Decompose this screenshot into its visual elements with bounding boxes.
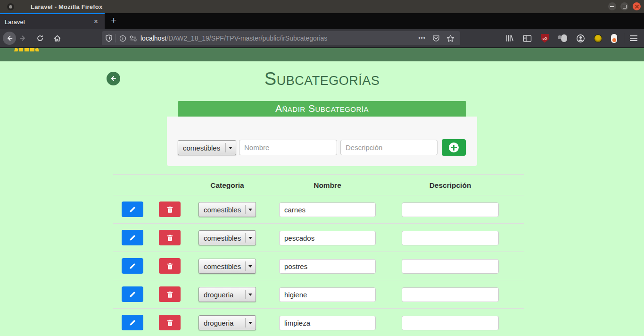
url-host: localhost [140, 34, 166, 42]
row-category-select[interactable]: drogueria [198, 315, 256, 330]
firefox-window: Laravel - Mozilla Firefox Laravel × + [0, 0, 644, 336]
home-button[interactable] [50, 31, 64, 45]
library-icon[interactable] [505, 34, 514, 42]
edit-button[interactable] [122, 286, 143, 302]
edit-button[interactable] [122, 258, 143, 274]
toolbar-extensions: uO [505, 34, 617, 43]
pencil-icon [129, 262, 136, 270]
add-section-heading: Añadir Subcategoría [178, 101, 466, 117]
forward-arrow-icon [19, 34, 27, 42]
row-descripcion-input[interactable] [402, 259, 499, 274]
navigation-toolbar: localhost/DAW2_18_19/SPF/TPV-master/publ… [0, 29, 644, 48]
bookmark-star-icon[interactable] [446, 34, 454, 42]
new-tab-button[interactable]: + [105, 13, 123, 29]
pencil-icon [129, 319, 136, 327]
tab-close-icon[interactable]: × [92, 17, 100, 26]
pencil-icon [129, 234, 136, 242]
row-category-value: comestibles [204, 206, 241, 214]
delete-button[interactable] [159, 230, 181, 245]
reload-icon [36, 34, 44, 42]
forward-button[interactable] [16, 31, 30, 45]
url-text[interactable]: localhost/DAW2_18_19/SPF/TPV-master/publ… [140, 34, 418, 42]
subcategories-table: Categoria Nombre Descripción comestibles… [113, 174, 524, 336]
row-category-value: comestibles [204, 234, 241, 242]
nombre-input[interactable] [239, 140, 337, 155]
extension-spheres-icon[interactable] [558, 34, 567, 43]
row-descripcion-input[interactable] [402, 231, 499, 245]
row-nombre-input[interactable] [279, 202, 376, 217]
permissions-icon[interactable] [130, 35, 137, 42]
window-controls [608, 2, 641, 10]
row-category-value: comestibles [204, 262, 241, 270]
trash-icon [166, 319, 173, 327]
table-row: drogueria [113, 309, 524, 336]
header-categoria: Categoria [184, 175, 270, 196]
row-category-value: drogueria [204, 319, 233, 327]
back-button[interactable] [3, 32, 16, 45]
chevron-down-icon [245, 261, 252, 271]
row-nombre-input[interactable] [279, 231, 376, 245]
row-category-select[interactable]: comestibles [198, 259, 256, 274]
row-category-select[interactable]: comestibles [198, 202, 256, 217]
url-bar[interactable]: localhost/DAW2_18_19/SPF/TPV-master/publ… [102, 31, 460, 45]
delete-button[interactable] [159, 258, 181, 274]
row-nombre-input[interactable] [279, 287, 376, 302]
row-category-select[interactable]: comestibles [198, 230, 256, 245]
titlebar: Laravel - Mozilla Firefox [0, 0, 644, 13]
page-content: Subcategorías Añadir Subcategoría comest… [0, 61, 644, 336]
page-back-button[interactable] [107, 72, 120, 85]
page-actions-icon[interactable]: ••• [418, 35, 426, 42]
menu-icon[interactable] [630, 35, 637, 41]
tab-title: Laravel [5, 18, 92, 25]
tab-bar: Laravel × + [0, 13, 644, 29]
pencil-icon [129, 206, 136, 213]
add-form-panel: comestibles [167, 117, 477, 166]
edit-button[interactable] [122, 230, 143, 245]
back-arrow-icon [6, 34, 13, 42]
trash-icon [166, 206, 173, 213]
account-icon[interactable] [576, 34, 585, 43]
add-subcategory-button[interactable] [442, 139, 466, 156]
site-info-icon[interactable] [119, 35, 126, 42]
row-descripcion-input[interactable] [402, 287, 499, 302]
row-descripcion-input[interactable] [402, 316, 499, 330]
row-descripcion-input[interactable] [402, 202, 499, 217]
table-row: drogueria [113, 280, 524, 309]
window-icon [7, 3, 14, 10]
ublock-origin-icon[interactable]: uO [541, 34, 549, 43]
table-row: comestibles [113, 195, 524, 224]
trash-icon [166, 234, 173, 242]
shield-icon [106, 34, 112, 42]
row-category-value: drogueria [204, 291, 233, 299]
minimize-button[interactable] [608, 2, 616, 10]
edit-button[interactable] [122, 315, 143, 330]
pocket-icon[interactable] [432, 34, 440, 42]
delete-button[interactable] [159, 315, 181, 330]
edit-button[interactable] [122, 202, 143, 217]
page-title: Subcategorías [0, 69, 644, 89]
chevron-down-icon [225, 143, 232, 152]
chevron-down-icon [245, 318, 252, 328]
row-nombre-input[interactable] [279, 259, 376, 274]
tab-laravel[interactable]: Laravel × [0, 13, 105, 29]
site-logo-fragment [14, 48, 39, 51]
reload-button[interactable] [33, 31, 47, 45]
descripcion-input[interactable] [340, 140, 438, 155]
table-row: comestibles [113, 224, 524, 252]
header-descripcion: Descripción [402, 175, 499, 196]
row-category-select[interactable]: drogueria [198, 287, 256, 302]
site-header-band [0, 48, 644, 61]
yellow-extension-icon[interactable] [594, 34, 602, 42]
category-select[interactable]: comestibles [178, 140, 236, 155]
orange-extension-icon[interactable] [611, 34, 617, 43]
chevron-down-icon [245, 233, 252, 243]
close-button[interactable] [633, 2, 641, 10]
sidebar-icon[interactable] [523, 34, 532, 42]
home-icon [53, 34, 61, 42]
maximize-button[interactable] [620, 2, 628, 10]
row-nombre-input[interactable] [279, 316, 376, 330]
delete-button[interactable] [159, 286, 181, 302]
urlbar-divider [115, 34, 116, 42]
delete-button[interactable] [159, 202, 181, 217]
chevron-down-icon [245, 290, 252, 299]
